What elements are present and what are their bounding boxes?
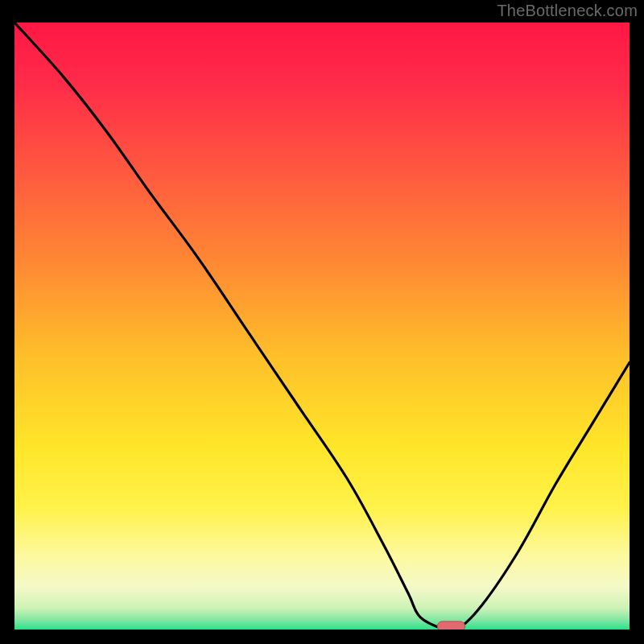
- watermark-text: TheBottleneck.com: [497, 2, 638, 20]
- gradient-background: [14, 23, 630, 630]
- plot-area: [14, 23, 630, 630]
- optimum-marker: [437, 621, 464, 630]
- app-frame: TheBottleneck.com: [0, 0, 644, 644]
- bottleneck-chart: [14, 23, 630, 630]
